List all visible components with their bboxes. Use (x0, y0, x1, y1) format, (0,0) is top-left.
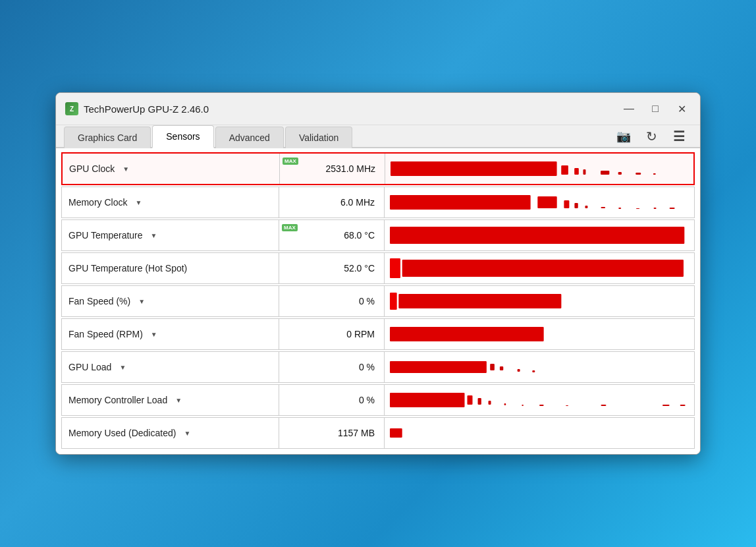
dropdown-arrow-gpu-clock[interactable]: ▼ (122, 165, 129, 173)
dropdown-arrow-gpu-load[interactable]: ▼ (119, 364, 126, 371)
svg-rect-22 (398, 294, 561, 308)
sensor-value-memory-used-dedicated: 1157 MB (279, 418, 385, 448)
svg-rect-11 (574, 203, 578, 208)
dropdown-arrow-fan-speed-rpm[interactable]: ▼ (151, 331, 157, 338)
svg-rect-3 (583, 169, 585, 175)
svg-rect-34 (522, 405, 524, 406)
sensor-value-memory-controller-load: 0 % (279, 385, 385, 415)
sensor-row-gpu-temperature-hotspot: GPU Temperature (Hot Spot) 52.0 °C (61, 252, 695, 284)
close-button[interactable]: ✕ (672, 100, 691, 118)
svg-rect-9 (537, 196, 556, 208)
sensor-label-gpu-temperature-hotspot: GPU Temperature (Hot Spot) (62, 253, 279, 283)
sensor-row-fan-speed-rpm: Fan Speed (RPM) ▼ 0 RPM (61, 318, 695, 350)
svg-rect-30 (468, 395, 473, 405)
sensor-row-fan-speed-pct: Fan Speed (%) ▼ 0 % (61, 285, 695, 317)
svg-rect-16 (654, 208, 657, 209)
graph-svg-gpu-temperature (390, 223, 689, 248)
sensor-label-fan-speed-pct: Fan Speed (%) ▼ (62, 286, 279, 316)
dropdown-arrow-memory-used-dedicated[interactable]: ▼ (184, 430, 190, 437)
sensor-label-gpu-temperature: GPU Temperature ▼ (62, 220, 279, 250)
svg-rect-1 (561, 165, 568, 175)
svg-rect-32 (489, 401, 491, 405)
svg-rect-35 (539, 405, 544, 406)
dropdown-arrow-gpu-temperature[interactable]: ▼ (151, 232, 157, 239)
svg-rect-7 (653, 173, 656, 175)
svg-rect-27 (518, 369, 520, 372)
tabs-right: 📷 ↻ ☰ (613, 126, 692, 147)
tabs-bar: Graphics Card Sensors Advanced Validatio… (56, 125, 700, 148)
svg-rect-26 (500, 366, 503, 370)
sensor-value-memory-clock: 6.0 MHz (279, 187, 385, 217)
svg-rect-39 (680, 405, 686, 406)
refresh-icon[interactable]: ↻ (641, 126, 662, 147)
camera-icon[interactable]: 📷 (613, 126, 634, 147)
dropdown-arrow-memory-clock[interactable]: ▼ (135, 199, 142, 206)
sensor-row-memory-used-dedicated: Memory Used (Dedicated) ▼ 1157 MB (61, 417, 695, 449)
sensor-label-memory-controller-load: Memory Controller Load ▼ (62, 385, 279, 415)
sensors-content: GPU Clock ▼ MAX 2531.0 MHz (56, 148, 700, 454)
tabs-left: Graphics Card Sensors Advanced Validatio… (64, 125, 352, 147)
sensor-graph-memory-controller-load (385, 385, 694, 415)
tab-advanced[interactable]: Advanced (215, 127, 284, 148)
svg-rect-37 (601, 405, 606, 406)
window-title: TechPowerUp GPU-Z 2.46.0 (84, 103, 209, 115)
svg-rect-6 (635, 173, 641, 175)
dropdown-arrow-memory-controller-load[interactable]: ▼ (175, 397, 182, 404)
sensor-row-memory-controller-load: Memory Controller Load ▼ 0 % (61, 384, 695, 416)
svg-rect-5 (618, 172, 622, 175)
svg-rect-0 (391, 161, 557, 176)
svg-rect-28 (532, 370, 535, 372)
tab-graphics-card[interactable]: Graphics Card (64, 127, 151, 148)
sensor-label-gpu-load: GPU Load ▼ (62, 352, 279, 382)
graph-svg-gpu-clock (391, 156, 688, 181)
app-icon: Z (65, 102, 78, 115)
svg-rect-40 (390, 428, 402, 438)
sensor-graph-gpu-temperature (385, 220, 694, 250)
sensor-value-gpu-temperature-hotspot: 52.0 °C (279, 253, 385, 283)
sensor-label-memory-clock: Memory Clock ▼ (62, 187, 279, 217)
graph-svg-fan-speed-rpm (390, 322, 689, 347)
menu-icon[interactable]: ☰ (668, 126, 689, 147)
title-bar-left: Z TechPowerUp GPU-Z 2.46.0 (65, 102, 209, 115)
sensor-graph-gpu-load (385, 352, 694, 382)
svg-rect-29 (390, 393, 465, 407)
svg-rect-15 (636, 208, 639, 209)
dropdown-arrow-fan-speed-pct[interactable]: ▼ (138, 298, 145, 305)
svg-rect-38 (662, 405, 670, 406)
graph-svg-gpu-temperature-hotspot (390, 256, 689, 281)
sensor-value-gpu-load: 0 % (279, 352, 385, 382)
title-controls: — □ ✕ (620, 100, 691, 118)
graph-svg-gpu-load (390, 355, 689, 380)
sensor-row-gpu-temperature: GPU Temperature ▼ MAX 68.0 °C (61, 219, 695, 251)
minimize-button[interactable]: — (620, 100, 638, 118)
sensor-label-memory-used-dedicated: Memory Used (Dedicated) ▼ (62, 418, 279, 448)
sensor-label-fan-speed-rpm: Fan Speed (RPM) ▼ (62, 319, 279, 349)
svg-rect-20 (402, 260, 684, 277)
svg-rect-25 (490, 364, 495, 370)
svg-rect-17 (670, 208, 675, 209)
graph-svg-memory-clock (390, 190, 689, 215)
svg-rect-13 (601, 207, 605, 208)
max-badge-gpu-temperature: MAX (282, 224, 298, 231)
svg-rect-2 (574, 168, 579, 175)
graph-svg-memory-used-dedicated (390, 420, 689, 446)
svg-rect-19 (390, 258, 400, 278)
sensor-graph-fan-speed-pct (385, 286, 694, 316)
sensor-row-memory-clock: Memory Clock ▼ 6.0 MHz (61, 187, 695, 218)
tab-validation[interactable]: Validation (285, 127, 352, 148)
svg-rect-21 (390, 293, 397, 310)
svg-rect-8 (390, 195, 531, 210)
svg-rect-36 (566, 405, 568, 406)
tab-sensors[interactable]: Sensors (152, 125, 213, 148)
sensor-row-gpu-load: GPU Load ▼ 0 % (61, 351, 695, 383)
title-bar: Z TechPowerUp GPU-Z 2.46.0 — □ ✕ (56, 93, 700, 125)
sensor-graph-gpu-temperature-hotspot (385, 253, 694, 283)
graph-svg-fan-speed-pct (390, 289, 689, 314)
maximize-button[interactable]: □ (646, 100, 664, 118)
sensor-value-gpu-temperature: MAX 68.0 °C (279, 220, 385, 250)
svg-rect-33 (504, 403, 506, 405)
sensor-value-fan-speed-pct: 0 % (279, 286, 385, 316)
sensor-graph-memory-used-dedicated (385, 418, 694, 448)
svg-rect-14 (618, 208, 621, 209)
sensor-graph-memory-clock (385, 187, 694, 217)
